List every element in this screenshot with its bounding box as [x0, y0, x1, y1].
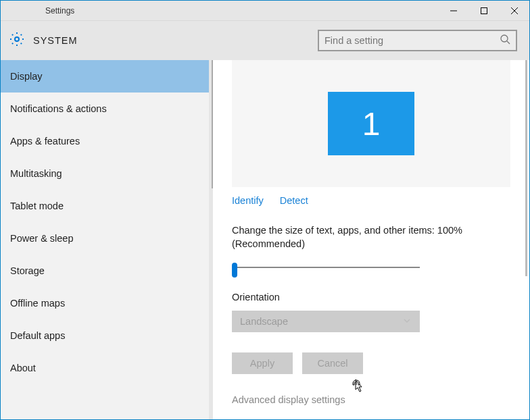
- window-title: Settings: [45, 6, 74, 16]
- content-scrollbar[interactable]: [519, 60, 529, 420]
- title-bar: Settings: [1, 1, 529, 21]
- close-icon: [511, 7, 518, 14]
- sidebar-item-about[interactable]: About: [1, 352, 213, 384]
- monitor-preview: 1: [232, 60, 510, 187]
- monitor-number: 1: [362, 105, 381, 142]
- sidebar-item-label: Notifications & actions: [10, 103, 107, 114]
- svg-point-5: [501, 35, 508, 42]
- sidebar-item-label: Storage: [10, 265, 45, 276]
- identify-link[interactable]: Identify: [232, 195, 264, 206]
- sidebar-item-label: Tablet mode: [10, 201, 64, 211]
- sidebar-item-label: About: [10, 363, 36, 373]
- advanced-display-link[interactable]: Advanced display settings: [232, 394, 510, 405]
- sidebar-item-label: Apps & features: [10, 136, 80, 147]
- sidebar-item-default-apps[interactable]: Default apps: [1, 319, 213, 352]
- svg-point-4: [15, 37, 19, 41]
- sidebar-item-offline-maps[interactable]: Offline maps: [1, 287, 213, 319]
- sidebar-item-power-sleep[interactable]: Power & sleep: [1, 222, 213, 255]
- svg-line-6: [507, 41, 510, 44]
- minimize-button[interactable]: [438, 1, 468, 20]
- scale-slider[interactable]: [232, 262, 420, 274]
- header-title: SYSTEM: [33, 35, 78, 46]
- search-box[interactable]: [318, 30, 517, 51]
- cancel-button[interactable]: Cancel: [302, 352, 363, 374]
- sidebar-item-label: Power & sleep: [10, 233, 74, 244]
- apply-button[interactable]: Apply: [232, 352, 293, 374]
- sidebar-item-tablet-mode[interactable]: Tablet mode: [1, 190, 213, 222]
- sidebar-item-display[interactable]: Display: [1, 60, 213, 93]
- search-input[interactable]: [324, 35, 500, 46]
- svg-rect-1: [481, 7, 487, 14]
- button-label: Cancel: [317, 358, 347, 369]
- slider-thumb[interactable]: [232, 263, 237, 278]
- button-label: Apply: [250, 358, 274, 369]
- header: SYSTEM: [1, 21, 529, 60]
- sidebar-item-multitasking[interactable]: Multitasking: [1, 157, 213, 190]
- back-button[interactable]: [5, 0, 25, 2]
- sidebar: Display Notifications & actions Apps & f…: [1, 60, 213, 420]
- sidebar-item-label: Default apps: [10, 330, 65, 341]
- search-icon: [500, 34, 510, 47]
- content-pane: 1 Identify Detect Change the size of tex…: [213, 60, 529, 420]
- dropdown-value: Landscape: [240, 316, 288, 327]
- sidebar-item-label: Offline maps: [10, 298, 65, 309]
- window-controls: [438, 1, 529, 20]
- scale-label: Change the size of text, apps, and other…: [232, 224, 510, 251]
- monitor-tile-1[interactable]: 1: [328, 92, 414, 155]
- sidebar-item-apps-features[interactable]: Apps & features: [1, 125, 213, 157]
- orientation-label: Orientation: [232, 292, 510, 303]
- detect-link[interactable]: Detect: [280, 195, 308, 206]
- sidebar-item-label: Display: [10, 71, 43, 82]
- sidebar-item-storage[interactable]: Storage: [1, 255, 213, 287]
- close-button[interactable]: [499, 1, 529, 20]
- gear-icon: [9, 31, 25, 50]
- minimize-icon: [450, 7, 457, 14]
- sidebar-item-notifications[interactable]: Notifications & actions: [1, 93, 213, 125]
- maximize-icon: [481, 7, 487, 14]
- orientation-dropdown[interactable]: Landscape: [232, 311, 420, 332]
- sidebar-item-label: Multitasking: [10, 168, 62, 179]
- chevron-down-icon: [402, 316, 412, 327]
- maximize-button[interactable]: [468, 1, 499, 20]
